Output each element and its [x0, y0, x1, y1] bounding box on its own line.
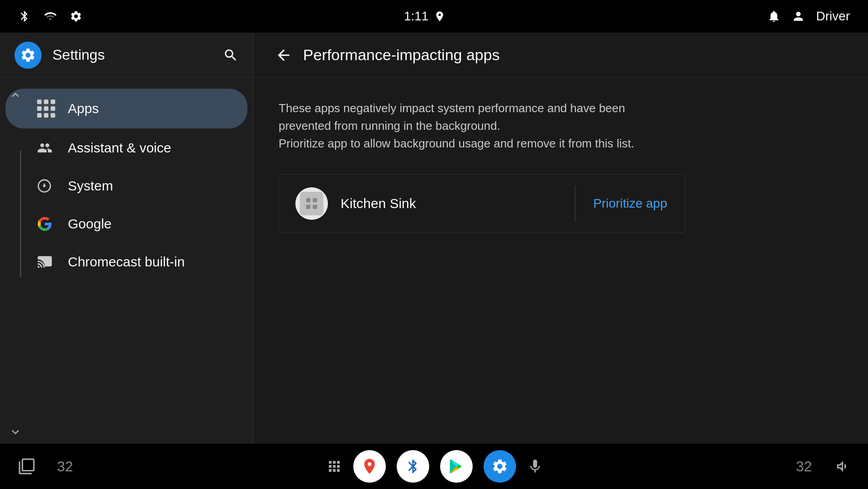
- status-bar-left: [18, 10, 82, 23]
- bottom-bar: 32: [0, 444, 868, 489]
- status-bar: 1:11 Driver: [0, 0, 868, 33]
- sidebar-item-chromecast-label: Chromecast built-in: [68, 254, 185, 270]
- sidebar-item-google[interactable]: Google: [5, 205, 247, 242]
- svg-rect-5: [306, 205, 310, 209]
- wifi-status-icon: [43, 10, 57, 23]
- bottom-right-number: 32: [796, 458, 812, 475]
- microphone-button[interactable]: [527, 458, 543, 475]
- settings-app-icon: [14, 42, 42, 69]
- system-icon: [37, 179, 55, 193]
- play-store-taskbar-button[interactable]: [440, 450, 473, 483]
- sidebar: Settings: [0, 33, 253, 444]
- bottom-bar-right: 32: [796, 458, 850, 475]
- google-icon: [37, 216, 55, 232]
- status-bar-right: Driver: [767, 9, 850, 24]
- sidebar-item-system-label: System: [68, 178, 113, 194]
- search-button[interactable]: [223, 47, 238, 63]
- bluetooth-taskbar-button[interactable]: [397, 450, 429, 483]
- home-grid-button[interactable]: [326, 458, 342, 475]
- user-icon: [792, 9, 805, 23]
- bluetooth-status-icon: [18, 10, 31, 23]
- sidebar-item-apps-label: Apps: [68, 101, 99, 116]
- right-header: Performance-impacting apps: [253, 33, 868, 78]
- chromecast-icon: [37, 254, 55, 270]
- bottom-left-number: 32: [57, 458, 73, 475]
- app-icon-inner: [300, 192, 323, 215]
- status-bar-center: 1:11: [404, 9, 446, 24]
- svg-rect-3: [306, 198, 310, 202]
- sidebar-item-chromecast[interactable]: Chromecast built-in: [5, 243, 247, 280]
- volume-button[interactable]: [834, 458, 850, 475]
- app-name: Kitchen Sink: [341, 196, 416, 211]
- sidebar-title: Settings: [52, 47, 212, 63]
- app-item-left: Kitchen Sink: [279, 175, 575, 233]
- description-text: These apps negatively impact system perf…: [279, 100, 640, 152]
- app-icon: [295, 187, 328, 220]
- svg-rect-6: [313, 205, 317, 209]
- assistant-icon: [37, 140, 55, 156]
- collapse-button[interactable]: [8, 88, 23, 102]
- settings-status-icon: [70, 10, 82, 23]
- maps-taskbar-button[interactable]: [353, 450, 386, 483]
- apps-icon: [37, 100, 55, 118]
- svg-point-2: [44, 185, 45, 187]
- svg-rect-4: [313, 198, 317, 202]
- sidebar-item-system[interactable]: System: [5, 167, 247, 204]
- sidebar-nav: Apps Assistant & voice: [0, 78, 253, 444]
- sidebar-header: Settings: [0, 33, 253, 78]
- sidebar-item-assistant[interactable]: Assistant & voice: [5, 129, 247, 166]
- user-label: Driver: [816, 9, 850, 24]
- right-panel: Performance-impacting apps These apps ne…: [253, 33, 868, 444]
- bottom-bar-left: 32: [18, 458, 73, 475]
- settings-taskbar-button[interactable]: [484, 450, 516, 483]
- location-icon: [434, 10, 446, 22]
- main-area: Settings: [0, 33, 868, 444]
- overview-button[interactable]: [18, 458, 35, 475]
- sidebar-item-google-label: Google: [68, 216, 112, 232]
- right-panel-title: Performance-impacting apps: [303, 46, 500, 64]
- sidebar-item-assistant-label: Assistant & voice: [68, 140, 171, 156]
- right-content: These apps negatively impact system perf…: [253, 78, 868, 444]
- sidebar-item-apps[interactable]: Apps: [5, 89, 247, 128]
- bottom-bar-center: [326, 450, 543, 483]
- time-display: 1:11: [404, 9, 429, 24]
- back-button[interactable]: [275, 47, 292, 64]
- expand-button[interactable]: [8, 425, 23, 439]
- app-item: Kitchen Sink Prioritize app: [279, 174, 686, 233]
- prioritize-app-button[interactable]: Prioritize app: [575, 184, 685, 223]
- notification-icon: [767, 9, 781, 23]
